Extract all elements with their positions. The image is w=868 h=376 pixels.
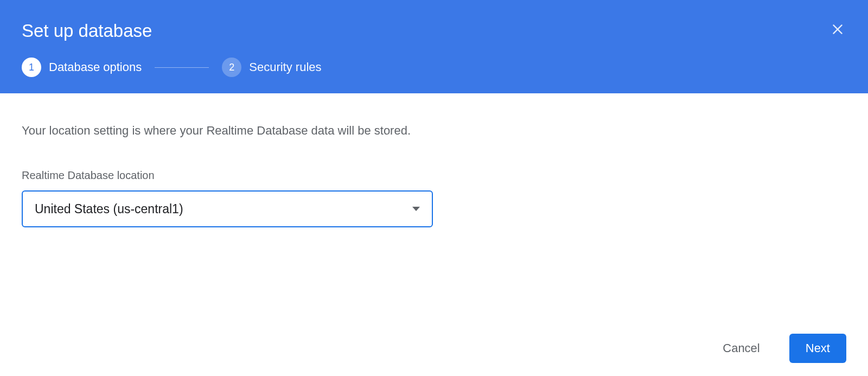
step-security-rules[interactable]: 2 Security rules <box>222 58 321 77</box>
location-description: Your location setting is where your Real… <box>22 124 846 138</box>
step-label-2: Security rules <box>249 60 321 74</box>
caret-down-icon <box>412 207 420 211</box>
location-select[interactable]: United States (us-central1) <box>22 190 433 227</box>
cancel-button[interactable]: Cancel <box>713 335 769 362</box>
step-database-options[interactable]: 1 Database options <box>22 58 142 77</box>
step-badge-2: 2 <box>222 58 241 77</box>
step-connector <box>155 67 209 68</box>
next-button[interactable]: Next <box>789 334 846 363</box>
close-button[interactable] <box>829 21 846 38</box>
location-field-label: Realtime Database location <box>22 169 846 182</box>
stepper: 1 Database options 2 Security rules <box>22 58 846 77</box>
dialog-content: Your location setting is where your Real… <box>0 93 868 227</box>
location-selected-value: United States (us-central1) <box>35 202 183 216</box>
close-icon <box>831 22 845 36</box>
dialog-header: Set up database 1 Database options 2 Sec… <box>0 0 868 93</box>
step-badge-1: 1 <box>22 58 41 77</box>
step-label-1: Database options <box>49 60 142 74</box>
dialog-title: Set up database <box>22 21 846 41</box>
dialog-footer: Cancel Next <box>713 334 846 363</box>
